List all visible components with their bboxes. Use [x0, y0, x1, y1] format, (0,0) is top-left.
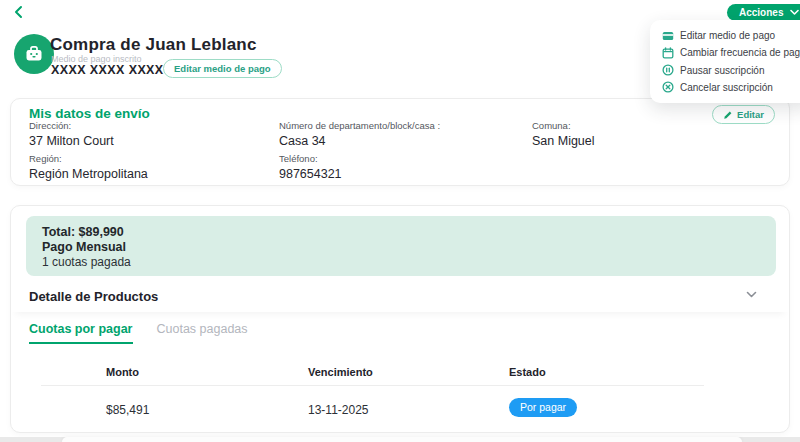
calendar-icon: [662, 47, 674, 59]
next-card-top-edge: [62, 437, 742, 442]
table-header-estado: Estado: [509, 366, 546, 378]
field-value: 37 Milton Court: [29, 134, 114, 148]
purchase-detail-card: Total: $89,990 Pago Mensual 1 cuotas pag…: [10, 205, 790, 433]
status-badge: Por pagar: [509, 398, 577, 417]
subscription-detail-page: Compra de Juan Leblanc Medio de pago ins…: [0, 0, 800, 442]
table-header-monto: Monto: [106, 366, 139, 378]
field-comuna: Comuna: San Miguel: [532, 120, 595, 148]
edit-payment-method-button[interactable]: Editar medio de pago: [163, 59, 282, 78]
actions-button-label: Acciones: [739, 7, 783, 18]
field-label: Dirección:: [29, 120, 114, 131]
summary-frequency: Pago Mensual: [42, 240, 760, 255]
back-button[interactable]: [11, 4, 27, 20]
menu-item-label: Cambiar frecuencia de pago: [680, 47, 800, 58]
shipping-card: Mis datos de envío Editar Dirección: 37 …: [10, 98, 790, 186]
products-accordion[interactable]: Detalle de Productos: [11, 282, 789, 312]
payment-summary-banner: Total: $89,990 Pago Mensual 1 cuotas pag…: [26, 216, 776, 276]
products-accordion-title: Detalle de Productos: [29, 289, 158, 304]
menu-item-label: Editar medio de pago: [680, 30, 775, 41]
field-departamento: Número de departamento/block/casa : Casa…: [279, 120, 440, 148]
field-value: 987654321: [279, 167, 342, 181]
field-telefono: Teléfono: 987654321: [279, 153, 342, 181]
field-label: Número de departamento/block/casa :: [279, 120, 440, 131]
page-title: Compra de Juan Leblanc: [50, 35, 257, 55]
pause-circle-icon: [662, 64, 674, 76]
menu-item-label: Pausar suscripción: [680, 65, 764, 76]
credit-card-icon: [662, 30, 674, 42]
installments-tabs: Cuotas por pagar Cuotas pagadas: [29, 322, 248, 344]
pencil-icon: [723, 110, 733, 120]
summary-total: Total: $89,990: [42, 225, 760, 240]
cell-vencimiento: 13-11-2025: [308, 403, 369, 417]
chevron-down-icon: [746, 291, 757, 299]
cell-monto: $85,491: [106, 403, 149, 417]
summary-paid-installments: 1 cuotas pagada: [42, 255, 760, 270]
purchase-avatar: [14, 34, 54, 74]
cancel-circle-icon: [662, 81, 674, 93]
menu-item-edit-payment[interactable]: Editar medio de pago: [662, 28, 800, 43]
actions-menu: Editar medio de pago Cambiar frecuencia …: [650, 20, 800, 103]
chevron-left-icon: [11, 4, 27, 20]
edit-shipping-label: Editar: [737, 109, 764, 120]
field-value: Región Metropolitana: [29, 167, 148, 181]
menu-item-change-frequency[interactable]: Cambiar frecuencia de pago: [662, 45, 800, 60]
tab-cuotas-por-pagar[interactable]: Cuotas por pagar: [29, 322, 133, 344]
menu-item-pause-subscription[interactable]: Pausar suscripción: [662, 63, 800, 78]
chevron-down-icon: [790, 9, 799, 16]
table-divider: [41, 385, 704, 386]
menu-item-label: Cancelar suscripción: [680, 82, 773, 93]
edit-payment-method-label: Editar medio de pago: [174, 63, 271, 74]
field-label: Teléfono:: [279, 153, 342, 164]
field-value: Casa 34: [279, 134, 440, 148]
table-header-vencimiento: Vencimiento: [308, 366, 373, 378]
menu-item-cancel-subscription[interactable]: Cancelar suscripción: [662, 80, 800, 95]
actions-button[interactable]: Acciones: [727, 4, 800, 21]
edit-shipping-button[interactable]: Editar: [712, 105, 775, 124]
field-region: Región: Región Metropolitana: [29, 153, 148, 181]
field-label: Región:: [29, 153, 148, 164]
shipping-card-title: Mis datos de envío: [29, 106, 150, 121]
package-icon: [23, 43, 45, 65]
field-value: San Miguel: [532, 134, 595, 148]
field-label: Comuna:: [532, 120, 595, 131]
tab-cuotas-pagadas[interactable]: Cuotas pagadas: [157, 322, 248, 344]
field-direccion: Dirección: 37 Milton Court: [29, 120, 114, 148]
